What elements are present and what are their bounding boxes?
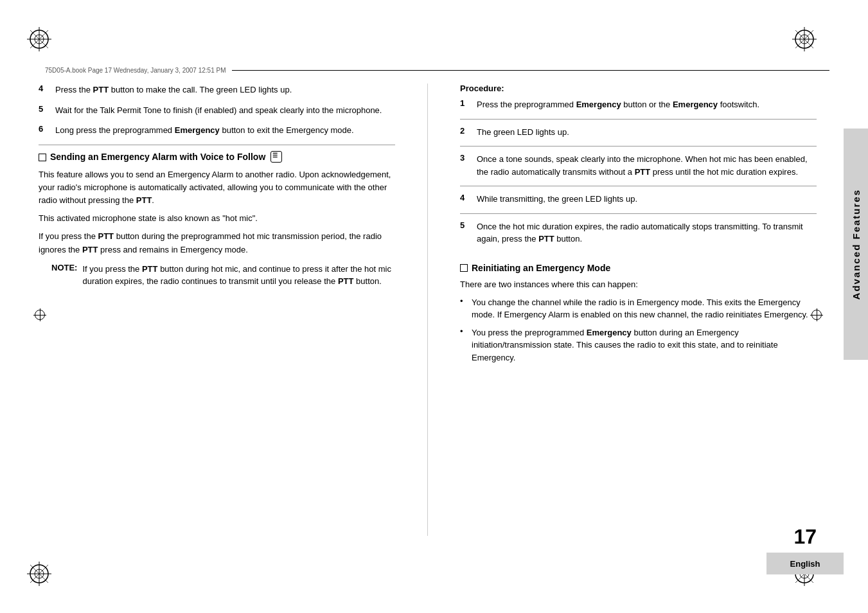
r-step-1-num: 1 (460, 98, 472, 108)
section2-title: Reinitiating an Emergency Mode (472, 263, 610, 273)
step-5-text: Wait for the Talk Permit Tone to finish … (55, 104, 382, 117)
column-divider (427, 84, 428, 536)
divider-1 (39, 145, 395, 145)
body-text-1: This feature allows you to send an Emerg… (39, 168, 395, 207)
follow-icon (270, 151, 282, 163)
deco-circle-tl (27, 27, 51, 51)
divider-r1 (460, 119, 817, 120)
content-area: 4 Press the PTT button to make the call.… (39, 84, 817, 536)
note-text: If you press the PTT button during hot m… (82, 263, 395, 288)
bullet-dot-2: • (460, 326, 468, 364)
r-step-1: 1 Press the preprogrammed Emergency butt… (460, 98, 817, 111)
section2-heading: Reinitiating an Emergency Mode (460, 263, 817, 273)
body-text-2: This activated microphone state is also … (39, 212, 395, 225)
section1-title: Sending an Emergency Alarm with Voice to… (50, 152, 282, 163)
r-step-2-num: 2 (460, 126, 472, 136)
header-text: 75D05-A.book Page 17 Wednesday, January … (39, 67, 226, 74)
step-5: 5 Wait for the Talk Permit Tone to finis… (39, 104, 395, 117)
r-step-4-num: 4 (460, 193, 472, 202)
r-step-4: 4 While transmitting, the green LED ligh… (460, 193, 817, 206)
step-5-num: 5 (39, 104, 50, 114)
section1-heading: Sending an Emergency Alarm with Voice to… (39, 152, 395, 163)
bullet-dot-1: • (460, 296, 468, 321)
divider-r2 (460, 146, 817, 147)
step-6-text: Long press the preprogrammed Emergency b… (55, 124, 354, 137)
bullet-2: • You press the preprogrammed Emergency … (460, 326, 817, 364)
r-step-5: 5 Once the hot mic duration expires, the… (460, 220, 817, 245)
r-step-3-num: 3 (460, 153, 472, 163)
bullet-text-2: You press the preprogrammed Emergency bu… (472, 326, 817, 364)
right-tab-text: Advanced Features (851, 189, 862, 299)
page-container: 75D05-A.book Page 17 Wednesday, January … (0, 0, 868, 613)
step-6-num: 6 (39, 124, 50, 134)
body-text-3: If you press the PTT button during the p… (39, 230, 395, 256)
step-4-text: Press the PTT button to make the call. T… (55, 84, 292, 96)
note-block: NOTE: If you press the PTT button during… (51, 263, 395, 288)
header-bar: 75D05-A.book Page 17 Wednesday, January … (39, 64, 829, 76)
section2-icon (460, 264, 468, 272)
note-label: NOTE: (51, 263, 77, 288)
r-step-1-text: Press the preprogrammed Emergency button… (477, 98, 759, 111)
header-line (232, 70, 829, 71)
deco-circle-bl (27, 562, 51, 586)
r-step-3: 3 Once a tone sounds, speak clearly into… (460, 153, 817, 178)
divider-r4 (460, 213, 817, 214)
r-step-2: 2 The green LED lights up. (460, 126, 817, 139)
r-step-3-text: Once a tone sounds, speak clearly into t… (477, 153, 817, 178)
bullet-1: • You change the channel while the radio… (460, 296, 817, 321)
section2-intro: There are two instances where this can h… (460, 278, 817, 291)
deco-circle-tr (792, 27, 817, 51)
bullet-text-1: You change the channel while the radio i… (472, 296, 817, 321)
step-4: 4 Press the PTT button to make the call.… (39, 84, 395, 96)
r-step-2-text: The green LED lights up. (477, 126, 569, 139)
left-column: 4 Press the PTT button to make the call.… (39, 84, 402, 536)
divider-r3 (460, 186, 817, 186)
bottom-tab: English (766, 553, 844, 574)
r-step-4-text: While transmitting, the green LED lights… (477, 193, 637, 206)
step-4-num: 4 (39, 84, 50, 93)
procedure-label: Procedure: (460, 84, 817, 93)
r-step-5-text: Once the hot mic duration expires, the r… (477, 220, 817, 245)
r-step-5-num: 5 (460, 220, 472, 230)
right-tab: Advanced Features (844, 129, 868, 360)
section1-icon (39, 154, 46, 161)
right-column: Procedure: 1 Press the preprogrammed Eme… (454, 84, 817, 536)
step-6: 6 Long press the preprogrammed Emergency… (39, 124, 395, 137)
bottom-tab-text: English (790, 559, 820, 569)
